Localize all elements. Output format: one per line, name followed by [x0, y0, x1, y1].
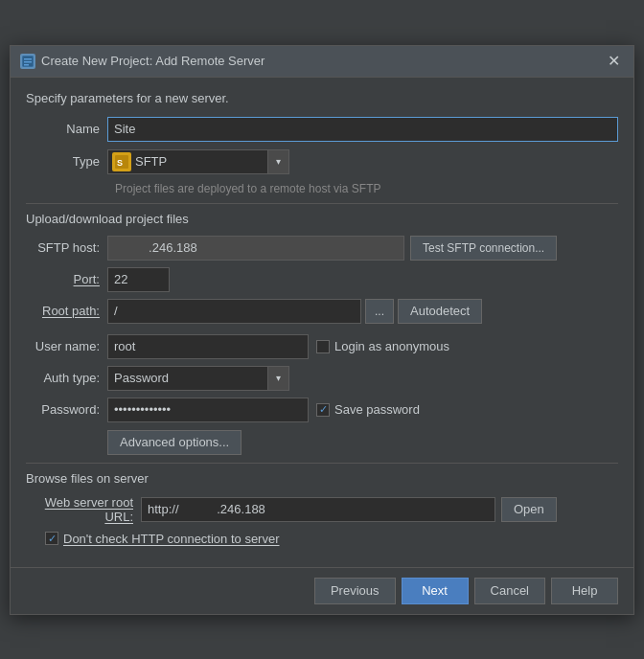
browse-button[interactable]: ...	[365, 299, 394, 324]
save-password-wrapper: Save password	[316, 402, 420, 417]
name-row: Name	[26, 117, 618, 142]
upload-section: Upload/download project files SFTP host:…	[26, 212, 618, 455]
autodetect-button[interactable]: Autodetect	[398, 299, 482, 324]
sftp-host-row: SFTP host: Test SFTP connection...	[26, 236, 618, 261]
footer: Previous Next Cancel Help	[11, 567, 633, 614]
svg-rect-1	[24, 58, 32, 60]
port-row: Port:	[26, 267, 618, 292]
cancel-button[interactable]: Cancel	[474, 578, 545, 604]
type-row: Type S SFTP ▾	[26, 149, 618, 174]
web-url-input[interactable]	[141, 497, 495, 522]
port-input[interactable]	[107, 267, 170, 292]
type-hint: Project files are deployed to a remote h…	[115, 182, 618, 195]
svg-text:S: S	[117, 158, 123, 168]
port-label: Port:	[26, 272, 107, 286]
password-row: Password: Save password	[26, 398, 618, 422]
sftp-host-input[interactable]	[107, 236, 404, 261]
intro-text: Specify parameters for a new server.	[26, 91, 618, 105]
title-bar: Create New Project: Add Remote Server ✕	[11, 46, 633, 78]
name-input[interactable]	[107, 117, 618, 142]
dont-check-row: Don't check HTTP connection to server	[45, 532, 618, 546]
auth-type-row: Auth type: Password ▾	[26, 366, 618, 391]
login-anon-wrapper: Login as anonymous	[316, 339, 449, 353]
svg-rect-2	[24, 61, 32, 63]
save-password-label: Save password	[334, 402, 420, 417]
auth-type-label: Auth type:	[26, 371, 107, 385]
type-dropdown-arrow[interactable]: ▾	[267, 150, 288, 173]
dont-check-label: Don't check HTTP connection to server	[63, 532, 280, 546]
type-value: SFTP	[135, 154, 267, 169]
dialog-icon	[20, 54, 35, 69]
password-label: Password:	[26, 402, 107, 417]
root-path-label: Root path:	[26, 304, 107, 318]
sftp-host-label: SFTP host:	[26, 240, 107, 255]
password-input[interactable]	[107, 398, 309, 422]
next-button[interactable]: Next	[402, 578, 469, 604]
web-url-label: Web server root URL:	[26, 495, 141, 524]
save-password-checkbox[interactable]	[316, 403, 330, 417]
login-anon-label: Login as anonymous	[334, 339, 449, 353]
root-path-input[interactable]	[107, 299, 361, 324]
type-label: Type	[26, 154, 107, 169]
user-name-input[interactable]	[107, 334, 309, 359]
advanced-btn-wrapper: Advanced options...	[107, 430, 618, 455]
test-sftp-button[interactable]: Test SFTP connection...	[410, 236, 557, 261]
dont-check-checkbox[interactable]	[45, 532, 58, 545]
login-anon-checkbox[interactable]	[316, 340, 330, 353]
auth-type-value: Password	[108, 371, 267, 385]
advanced-options-button[interactable]: Advanced options...	[107, 430, 242, 455]
divider-1	[26, 203, 618, 204]
sftp-icon: S	[112, 152, 131, 171]
dialog-content: Specify parameters for a new server. Nam…	[11, 78, 633, 557]
divider-2	[26, 463, 618, 464]
open-button[interactable]: Open	[501, 497, 557, 522]
dialog-title: Create New Project: Add Remote Server	[41, 54, 264, 68]
name-label: Name	[26, 122, 107, 136]
dialog-window: Create New Project: Add Remote Server ✕ …	[10, 45, 634, 615]
svg-rect-3	[24, 64, 29, 66]
type-select[interactable]: S SFTP ▾	[107, 149, 289, 174]
web-url-row: Web server root URL: Open	[26, 495, 618, 524]
auth-type-dropdown-arrow[interactable]: ▾	[267, 367, 288, 390]
previous-button[interactable]: Previous	[314, 578, 396, 604]
help-button[interactable]: Help	[551, 578, 618, 604]
browse-header: Browse files on server	[26, 471, 618, 486]
browse-section: Browse files on server Web server root U…	[26, 471, 618, 546]
upload-header: Upload/download project files	[26, 212, 618, 226]
user-name-label: User name:	[26, 339, 107, 353]
user-name-row: User name: Login as anonymous	[26, 334, 618, 359]
title-bar-left: Create New Project: Add Remote Server	[20, 54, 264, 69]
root-path-row: Root path: ... Autodetect	[26, 299, 618, 324]
close-button[interactable]: ✕	[604, 52, 624, 71]
auth-type-select[interactable]: Password ▾	[107, 366, 289, 391]
